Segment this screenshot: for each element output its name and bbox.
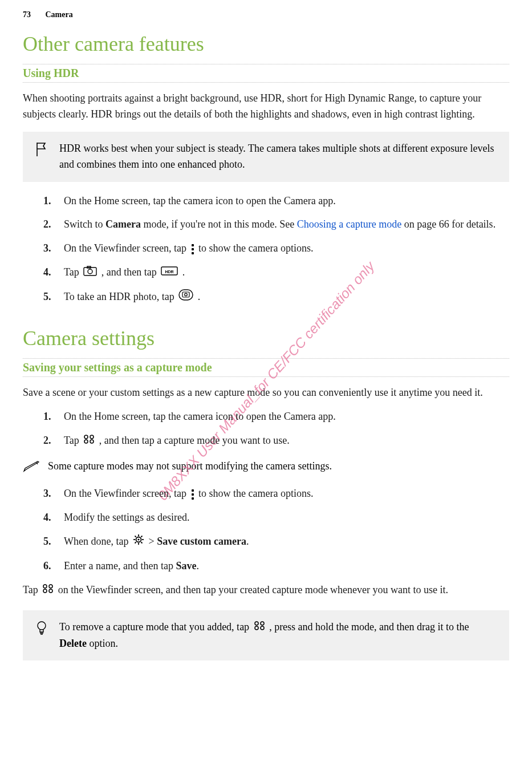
text: > [148, 536, 157, 547]
svg-point-8 [84, 435, 88, 439]
page-header: 73 Camera [23, 10, 509, 19]
svg-point-7 [185, 294, 188, 297]
text: When done, tap [64, 536, 131, 547]
text: On the Viewfinder screen, tap [64, 242, 189, 254]
flag-icon [34, 141, 49, 157]
gear-icon [133, 534, 144, 550]
text: . [182, 266, 185, 278]
modes-grid-icon [42, 583, 54, 599]
step-item: When done, tap > Save custom camera. [43, 534, 509, 550]
note-callout: Some capture modes may not support modif… [23, 457, 509, 476]
text: To take an HDR photo, tap [64, 291, 177, 302]
svg-point-30 [261, 626, 264, 630]
text: , and then tap [101, 266, 159, 278]
svg-line-20 [141, 536, 142, 537]
step-item: Tap , and then tap a capture mode you wa… [43, 433, 509, 449]
steps-list-save-b: On the Viewfinder screen, tap to show th… [43, 486, 509, 574]
svg-line-19 [135, 542, 136, 544]
steps-list-save-a: On the Home screen, tap the camera icon … [43, 409, 509, 449]
svg-point-22 [43, 585, 47, 588]
text-bold: Delete [59, 638, 87, 649]
text: . [246, 536, 249, 547]
heading-camera-settings: Camera settings [23, 326, 509, 350]
svg-point-21 [137, 539, 139, 541]
text: On the Viewfinder screen, tap [64, 488, 189, 499]
text: to show the camera options. [198, 242, 313, 254]
text: Tap [64, 266, 82, 278]
svg-point-25 [49, 589, 52, 593]
tip-callout: To remove a capture mode that you added,… [23, 610, 509, 661]
divider [23, 82, 509, 83]
svg-text:HDR: HDR [165, 270, 174, 274]
step-item: On the Viewfinder screen, tap to show th… [43, 486, 509, 502]
lightbulb-icon [34, 619, 49, 637]
flag-callout: HDR works best when your subject is stea… [23, 132, 509, 182]
svg-point-23 [49, 585, 52, 588]
svg-point-9 [90, 435, 94, 439]
text: on page 66 for details. [401, 218, 496, 230]
divider [23, 64, 509, 64]
page-number: 73 [23, 10, 43, 19]
modes-grid-icon [254, 620, 265, 636]
text: mode, if you're not in this mode. See [141, 218, 297, 230]
text-bold: Camera [105, 218, 141, 230]
paragraph-closing: Tap on the Viewfinder screen, and then t… [23, 582, 509, 599]
svg-point-29 [255, 626, 258, 630]
text: on the Viewfinder screen, and then tap y… [58, 584, 448, 595]
svg-point-11 [90, 440, 94, 443]
text: Enter a name, and then tap [64, 560, 176, 572]
step-item: Modify the settings as desired. [43, 510, 509, 526]
step-item: On the Home screen, tap the camera icon … [43, 193, 509, 209]
link-choosing-capture-mode[interactable]: Choosing a capture mode [297, 218, 401, 230]
steps-list-hdr: On the Home screen, tap the camera icon … [43, 193, 509, 306]
vertical-dots-icon [190, 244, 195, 254]
hdr-icon: HDR [161, 265, 178, 281]
svg-point-10 [84, 440, 88, 443]
text: , press and hold the mode, and then drag… [269, 621, 469, 633]
step-item: On the Viewfinder screen, tap to show th… [43, 241, 509, 257]
heading-other-camera-features: Other camera features [23, 32, 509, 56]
text-bold: Save custom camera [157, 536, 246, 547]
text: To remove a capture mode that you added,… [59, 621, 252, 633]
svg-point-1 [88, 269, 92, 274]
step-item: Tap , and then tap HDR . [43, 265, 509, 281]
modes-grid-icon [83, 433, 95, 449]
svg-point-28 [261, 622, 264, 625]
svg-point-26 [38, 622, 46, 630]
svg-rect-5 [179, 290, 193, 300]
note-text: Some capture modes may not support modif… [48, 459, 332, 475]
svg-rect-6 [182, 292, 189, 297]
section-name: Camera [46, 10, 73, 19]
text-bold: Save [176, 560, 196, 572]
paragraph-hdr-intro: When shooting portraits against a bright… [23, 91, 509, 123]
vertical-dots-icon [190, 489, 195, 500]
step-item: To take an HDR photo, tap . [43, 289, 509, 306]
step-item: Enter a name, and then tap Save. [43, 558, 509, 574]
svg-line-17 [135, 536, 136, 537]
pencil-icon [23, 459, 40, 475]
text: to show the camera options. [198, 488, 313, 499]
svg-point-24 [43, 589, 47, 593]
text: . [198, 291, 201, 302]
text: Tap [64, 435, 82, 446]
text: Tap [23, 584, 40, 595]
svg-rect-0 [84, 267, 96, 275]
step-item: Switch to Camera mode, if you're not in … [43, 217, 509, 233]
text: . [196, 560, 199, 572]
svg-point-27 [255, 622, 258, 625]
tip-text: To remove a capture mode that you added,… [59, 619, 498, 652]
svg-line-18 [141, 542, 142, 544]
paragraph-save-intro: Save a scene or your custom settings as … [23, 385, 509, 401]
text: , and then tap a capture mode you want t… [99, 435, 290, 446]
text: option. [87, 638, 118, 649]
step-item: On the Home screen, tap the camera icon … [43, 409, 509, 425]
divider [23, 376, 509, 377]
subheading-saving-settings: Saving your settings as a capture mode [23, 361, 509, 374]
flag-callout-text: HDR works best when your subject is stea… [59, 141, 498, 173]
shutter-icon [178, 289, 193, 306]
text: Switch to [64, 218, 105, 230]
subheading-using-hdr: Using HDR [23, 67, 509, 80]
divider [23, 358, 509, 359]
camera-mode-icon [83, 265, 97, 281]
